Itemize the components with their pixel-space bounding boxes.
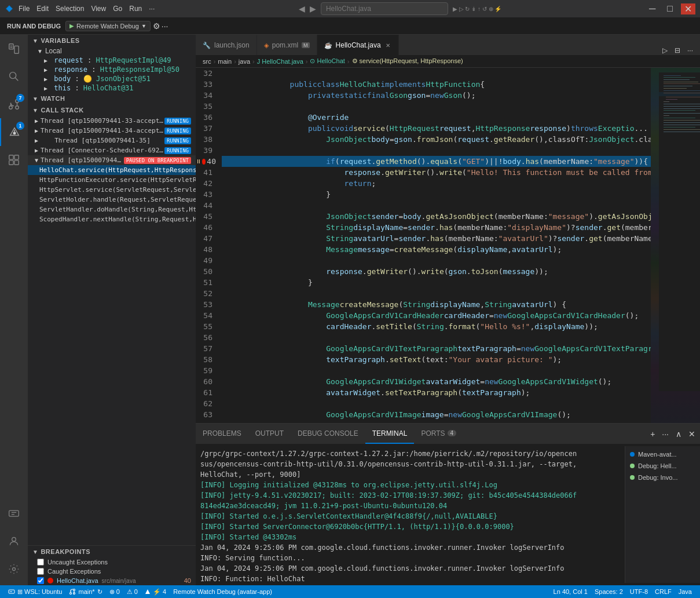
panel-tab-debug-console[interactable]: DEBUG CONSOLE: [291, 424, 365, 444]
terminal-line-1: /grpc/grpc-context/1.27.2/grpc-context-1…: [200, 448, 620, 480]
run-without-debug-button[interactable]: ▷: [660, 46, 670, 55]
var-response[interactable]: ▶ response : HttpResponseImpl@50: [32, 65, 196, 74]
status-debug-threads[interactable]: ⚡ 4: [141, 585, 170, 598]
activity-item-accounts[interactable]: [0, 527, 28, 555]
thread-name: Thread [qtp1500079441-37]: [41, 156, 124, 164]
svg-rect-38: [664, 113, 700, 114]
variables-header[interactable]: ▼ VARIABLES: [28, 35, 196, 46]
debug-badge: 1: [16, 122, 24, 130]
menu-edit[interactable]: Edit: [36, 5, 49, 13]
bc-file[interactable]: J HelloChat.java: [257, 58, 303, 65]
stack-frame-active[interactable]: HelloChat.service(HttpRequest,HttpRespon…: [28, 165, 196, 175]
tab-launch-json[interactable]: 🔧 launch.json: [196, 35, 257, 55]
bp-caught-checkbox[interactable]: [37, 568, 44, 575]
terminal-instance-debug1[interactable]: Debug: Hell...: [625, 460, 700, 472]
status-remote[interactable]: ⊞ WSL: Ubuntu: [5, 585, 65, 598]
status-debug-config[interactable]: Remote Watch Debug (avatar-app): [170, 585, 276, 598]
status-encoding[interactable]: UTF-8: [626, 588, 651, 595]
bc-main[interactable]: main: [218, 58, 232, 65]
thread-4[interactable]: ▶ Thread [Connector-Scheduler-6920b0bc-1…: [28, 145, 196, 155]
terminal-more-button[interactable]: ···: [659, 428, 671, 440]
bc-class[interactable]: ⊙ HelloChat: [310, 57, 344, 65]
status-warnings[interactable]: ⚠ 0: [123, 585, 141, 598]
split-editor-button[interactable]: ⊟: [672, 46, 683, 55]
status-branch[interactable]: main* ↻: [65, 585, 105, 598]
more-actions-button[interactable]: ···: [685, 46, 695, 55]
nav-back[interactable]: ◀: [299, 4, 305, 13]
maximize-button[interactable]: □: [664, 3, 676, 14]
bp-file-checkbox[interactable]: [37, 577, 44, 584]
panel-close-button[interactable]: ✕: [686, 428, 698, 440]
terminal-instance-debug2[interactable]: Debug: Invo...: [625, 472, 700, 483]
var-request[interactable]: ▶ request : HttpRequestImpl@49: [32, 56, 196, 65]
status-language[interactable]: Java: [675, 588, 695, 595]
activity-item-debug[interactable]: 1: [0, 118, 28, 146]
stack-frame-3[interactable]: ServletHolder.handle(Request,ServletRequ…: [28, 195, 196, 205]
panel-tab-output[interactable]: OUTPUT: [248, 424, 291, 444]
menu-more[interactable]: ···: [149, 5, 155, 13]
menu-run[interactable]: Run: [129, 5, 142, 13]
panel-tab-problems[interactable]: PROBLEMS: [196, 424, 248, 444]
menu-view[interactable]: View: [91, 5, 106, 13]
stack-frame-2[interactable]: HttpServlet.service(ServletRequest,Servl…: [28, 185, 196, 195]
line-32: 32: [196, 68, 217, 79]
tab-pom-xml[interactable]: ◈ pom.xml M: [257, 35, 317, 55]
terminal-area[interactable]: /grpc/grpc-context/1.27.2/grpc-context-1…: [196, 446, 625, 583]
menu-selection[interactable]: Selection: [56, 5, 84, 13]
local-header[interactable]: ▼ Local: [32, 46, 196, 56]
status-spaces[interactable]: Spaces: 2: [591, 588, 626, 595]
thread-1[interactable]: ▶ Thread [qtp1500079441-33-acceptor-0@48…: [28, 116, 196, 126]
bc-java[interactable]: java: [239, 58, 250, 65]
panel-collapse-button[interactable]: ∧: [673, 428, 684, 440]
line-50: 50: [196, 266, 217, 277]
debug-config-selector[interactable]: ▶ Remote Watch Debug ▼: [65, 21, 151, 31]
stack-frame-4[interactable]: ServletHandler.doHandle(String,Request,H…: [28, 205, 196, 214]
watch-header[interactable]: ▼ WATCH: [28, 93, 196, 104]
minimize-button[interactable]: ─: [646, 3, 659, 14]
terminal-line-2: [INFO] Logging initialized @43128ms to o…: [200, 480, 620, 490]
menu-go[interactable]: Go: [113, 5, 122, 13]
tab-hellochat-java[interactable]: ☕ HelloChat.java ✕: [317, 35, 399, 55]
bp-file[interactable]: HelloChat.java src/main/java 40: [28, 576, 196, 585]
panel-tab-terminal[interactable]: TERMINAL: [365, 424, 415, 444]
thread-2[interactable]: ▶ Thread [qtp1500079441-34-acceptor-1@66…: [28, 126, 196, 136]
sep-icon: ›: [347, 58, 350, 65]
add-terminal-button[interactable]: +: [648, 428, 657, 440]
status-position[interactable]: Ln 40, Col 1: [550, 588, 591, 595]
activity-item-git[interactable]: 7: [0, 90, 28, 118]
call-stack-header[interactable]: ▼ CALL STACK: [28, 104, 196, 116]
svg-rect-13: [9, 155, 13, 159]
code-line-63: GoogleAppsCardV1Image image = new Google…: [222, 409, 651, 420]
thread-5[interactable]: ▼ Thread [qtp1500079441-37] PAUSED ON BR…: [28, 155, 196, 165]
close-button[interactable]: ✕: [681, 3, 695, 14]
bp-caught[interactable]: Caught Exceptions: [28, 567, 196, 576]
bc-method[interactable]: ⚙ service(HttpRequest, HttpResponse): [352, 57, 463, 65]
bc-src[interactable]: src: [203, 58, 211, 65]
menu-file[interactable]: File: [19, 5, 30, 13]
status-errors[interactable]: ⊗ 0: [106, 585, 123, 598]
var-this[interactable]: ▶ this : HelloChat@31: [32, 83, 196, 93]
activity-item-extensions[interactable]: [0, 146, 28, 174]
bp-uncaught[interactable]: Uncaught Exceptions: [28, 557, 196, 567]
search-input[interactable]: [321, 2, 448, 15]
panel-tab-ports[interactable]: PORTS 4: [414, 424, 463, 444]
activity-item-settings[interactable]: [0, 555, 28, 583]
var-body[interactable]: ▶ body : 🟡 JsonObject@51: [32, 74, 196, 83]
thread-3[interactable]: ▶ Thread [qtp1500079441-35] RUNNING: [28, 136, 196, 145]
app-icon: [5, 4, 14, 13]
activity-item-search[interactable]: [0, 63, 28, 90]
bp-uncaught-checkbox[interactable]: [37, 559, 44, 566]
more-options-icon[interactable]: ···: [162, 21, 168, 31]
tab-close-icon[interactable]: ✕: [384, 42, 391, 49]
gear-icon[interactable]: ⚙: [153, 21, 160, 31]
activity-item-explorer[interactable]: [0, 35, 28, 63]
terminal-line-8: INFO: Serving function...: [200, 553, 620, 563]
breakpoints-header[interactable]: ▼ BREAKPOINTS: [28, 546, 196, 557]
status-eol[interactable]: CRLF: [651, 588, 675, 595]
stack-frame-5[interactable]: ScopedHandler.nextHandle(String,Request,…: [28, 214, 196, 224]
code-content[interactable]: public class HelloChat implements HttpFu…: [222, 68, 651, 423]
stack-frame-1[interactable]: HttpFunctionExecutor.service(HttpServlet…: [28, 175, 196, 185]
terminal-instance-maven[interactable]: Maven-avat...: [625, 448, 700, 460]
nav-forward[interactable]: ▶: [310, 4, 316, 13]
activity-item-remote[interactable]: [0, 499, 28, 527]
